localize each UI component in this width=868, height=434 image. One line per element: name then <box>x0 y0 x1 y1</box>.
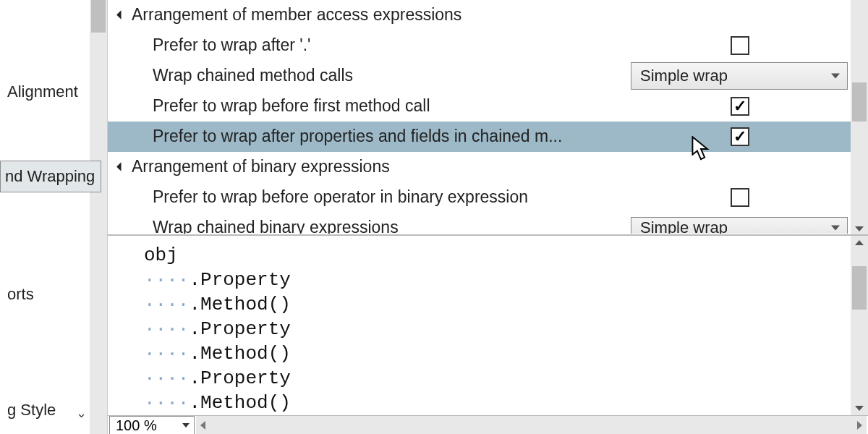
sidebar-scrollbar-thumb[interactable] <box>91 0 106 33</box>
horizontal-scrollbar[interactable] <box>196 416 867 434</box>
main: Arrangement of member access expressions… <box>107 0 868 434</box>
sidebar-item-gstyle[interactable]: g Style <box>0 396 63 424</box>
chevron-down-icon <box>182 423 190 427</box>
dropdown-wrap-chained-calls[interactable]: Simple wrap <box>631 62 848 90</box>
sidebar-item-label: g Style <box>7 401 56 419</box>
checkbox-wrap-before-operator[interactable] <box>731 188 749 207</box>
scroll-right-icon[interactable] <box>857 421 862 430</box>
scroll-up-icon[interactable] <box>855 240 864 245</box>
preview-panel: obj ····.Property ····.Method() ····.Pro… <box>107 234 868 415</box>
sidebar-item-orts[interactable]: orts <box>0 281 41 308</box>
sidebar-item-label: nd Wrapping <box>5 167 95 185</box>
setting-row-wrap-chained-calls[interactable]: Wrap chained method calls Simple wrap <box>108 61 851 91</box>
group-title: Arrangement of binary expressions <box>132 157 851 176</box>
sidebar-item-label: Alignment <box>7 82 78 101</box>
group-header-member-access[interactable]: Arrangement of member access expressions <box>108 0 851 30</box>
scroll-left-icon[interactable] <box>200 421 205 430</box>
zoom-value: 100 % <box>116 417 157 434</box>
dropdown-value: Simple wrap <box>640 67 728 85</box>
setting-label: Wrap chained method calls <box>153 66 631 85</box>
setting-label: Wrap chained binary expressions <box>153 218 631 234</box>
bottom-bar: 100 % <box>107 415 868 434</box>
checkbox-wrap-before-first-call[interactable] <box>731 97 749 116</box>
setting-row-wrap-chained-binary[interactable]: Wrap chained binary expressions Simple w… <box>108 213 851 234</box>
setting-label: Prefer to wrap after properties and fiel… <box>153 127 731 146</box>
group-header-binary-expr[interactable]: Arrangement of binary expressions <box>108 152 851 182</box>
chevron-down-icon <box>831 73 840 78</box>
setting-label: Prefer to wrap before operator in binary… <box>153 187 731 207</box>
setting-label: Prefer to wrap after '.' <box>153 35 731 55</box>
settings-panel: Arrangement of member access expressions… <box>107 0 868 234</box>
setting-row-wrap-after-properties[interactable]: Prefer to wrap after properties and fiel… <box>108 122 851 152</box>
sidebar-scrollbar[interactable] <box>90 0 107 434</box>
expand-icon <box>116 162 126 171</box>
expand-icon <box>116 10 126 20</box>
sidebar-item-wrapping[interactable]: nd Wrapping <box>0 161 101 192</box>
setting-label: Prefer to wrap before first method call <box>153 96 731 116</box>
checkbox-wrap-after-dot[interactable] <box>731 36 749 55</box>
setting-row-wrap-before-first-call[interactable]: Prefer to wrap before first method call <box>108 91 851 122</box>
preview-scrollbar-thumb[interactable] <box>852 266 867 310</box>
settings-scrollbar-thumb[interactable] <box>852 82 867 122</box>
preview-scrollbar[interactable] <box>851 236 868 415</box>
dropdown-wrap-chained-binary[interactable]: Simple wrap <box>631 217 848 235</box>
group-title: Arrangement of member access expressions <box>132 5 851 25</box>
sidebar-item-alignment[interactable]: Alignment <box>0 78 85 106</box>
settings-scrollbar[interactable] <box>851 0 868 234</box>
dropdown-value: Simple wrap <box>640 218 728 235</box>
checkbox-wrap-after-properties[interactable] <box>731 127 749 146</box>
scroll-down-icon[interactable] <box>855 406 864 411</box>
settings-list: Arrangement of member access expressions… <box>108 0 851 234</box>
chevron-down-icon[interactable]: ⌄ <box>76 405 87 421</box>
scroll-down-icon[interactable] <box>855 226 864 231</box>
zoom-dropdown[interactable]: 100 % <box>109 416 195 434</box>
setting-row-wrap-before-operator[interactable]: Prefer to wrap before operator in binary… <box>108 182 851 213</box>
sidebar: Alignment nd Wrapping orts g Style ⌄ <box>0 0 107 434</box>
chevron-down-icon <box>831 225 840 230</box>
setting-row-wrap-after-dot[interactable]: Prefer to wrap after '.' <box>108 30 851 61</box>
code-preview: obj ····.Property ····.Method() ····.Pro… <box>108 236 851 415</box>
sidebar-item-label: orts <box>7 285 34 303</box>
